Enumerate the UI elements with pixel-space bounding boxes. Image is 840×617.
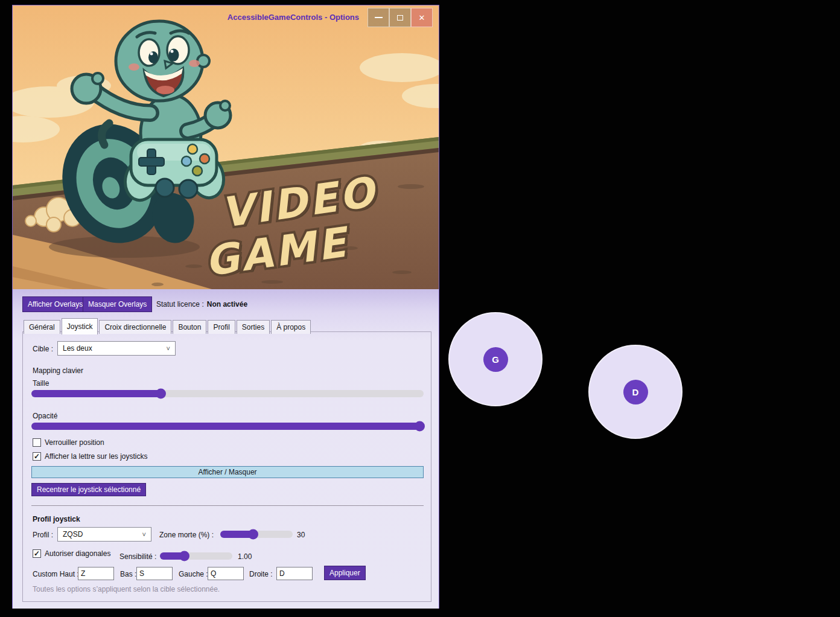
show-letter-label: Afficher la lettre sur les joysticks xyxy=(45,452,148,461)
sensitivity-label: Sensibilité : xyxy=(119,552,156,561)
sensitivity-slider[interactable] xyxy=(160,552,232,560)
minimize-button[interactable] xyxy=(368,8,389,27)
diagonals-checkbox[interactable]: ✓ xyxy=(33,549,41,558)
deadzone-label: Zone morte (%) : xyxy=(159,531,214,539)
target-selected-value: Les deux xyxy=(63,344,92,353)
profile-label: Profil : xyxy=(33,531,53,539)
deadzone-slider-thumb[interactable] xyxy=(248,529,258,540)
lock-position-row[interactable]: ✓ Verrouiller position xyxy=(33,438,104,447)
joystick-tab-panel: Cible : Les deux ˅ Mapping clavier Taill… xyxy=(22,331,431,602)
tab-croix-directionnelle[interactable]: Croix directionnelle xyxy=(99,320,171,334)
maximize-button[interactable] xyxy=(389,8,411,27)
tab-a-propos[interactable]: À propos xyxy=(271,320,311,334)
joystick-knob-left[interactable]: G xyxy=(483,347,508,372)
diagonals-row[interactable]: ✓ Autoriser diagonales xyxy=(33,549,110,558)
show-letter-row[interactable]: ✓ Afficher la lettre sur les joysticks xyxy=(33,452,148,461)
license-status: Statut licence : Non activée xyxy=(156,296,247,312)
joystick-overlay-left[interactable]: G xyxy=(448,312,542,406)
diagonals-label: Autoriser diagonales xyxy=(45,549,110,558)
opacity-slider[interactable] xyxy=(31,423,424,430)
title-bar: AccessibleGameControls - Options ✕ xyxy=(13,5,439,31)
tab-strip: Général Joystick Croix directionnelle Bo… xyxy=(24,318,312,334)
recenter-joystick-button[interactable]: Recentrer le joystick sélectionné xyxy=(31,483,146,496)
options-panel: Afficher Overlays Masquer Overlays Statu… xyxy=(13,289,439,609)
target-label: Cible : xyxy=(33,345,53,353)
footnote: Toutes les options s’appliquent selon la… xyxy=(33,585,220,593)
close-icon: ✕ xyxy=(419,14,425,22)
license-value: Non activée xyxy=(207,300,247,308)
check-icon: ✓ xyxy=(34,550,40,557)
window-title: AccessibleGameControls - Options xyxy=(228,13,359,22)
opacity-slider-thumb[interactable] xyxy=(415,421,425,432)
toggle-overlay-button[interactable]: Afficher / Masquer xyxy=(31,466,424,478)
profile-section-heading: Profil joystick xyxy=(33,515,80,523)
size-slider[interactable] xyxy=(31,390,424,397)
profile-select[interactable]: ZQSD ˅ xyxy=(57,527,151,542)
app-window: VIDEO GAME VIDEO GAME AccessibleGameCont… xyxy=(12,5,439,609)
minimize-icon xyxy=(375,17,383,18)
deadzone-value: 30 xyxy=(297,531,305,539)
check-icon: ✓ xyxy=(34,453,40,460)
license-label: Statut licence : xyxy=(156,300,204,308)
lock-position-label: Verrouiller position xyxy=(45,438,104,447)
chevron-down-icon: ˅ xyxy=(167,345,170,352)
chevron-down-icon: ˅ xyxy=(142,531,146,538)
down-input[interactable] xyxy=(136,567,173,580)
maximize-icon xyxy=(397,15,403,21)
section-divider xyxy=(31,505,424,506)
size-label: Taille xyxy=(33,379,49,388)
profile-selected-value: ZQSD xyxy=(63,530,83,539)
show-letter-checkbox[interactable]: ✓ xyxy=(33,452,41,461)
tab-joystick[interactable]: Joystick xyxy=(62,318,98,334)
hero-illustration: VIDEO GAME VIDEO GAME xyxy=(13,5,439,289)
sensitivity-value: 1.00 xyxy=(238,552,252,561)
custom-up-input[interactable] xyxy=(78,567,114,580)
mapping-heading: Mapping clavier xyxy=(33,366,83,375)
tab-general[interactable]: Général xyxy=(24,320,60,334)
close-button[interactable]: ✕ xyxy=(411,8,433,27)
lock-position-checkbox[interactable]: ✓ xyxy=(33,438,41,447)
tab-sorties[interactable]: Sorties xyxy=(237,320,270,334)
right-input[interactable] xyxy=(276,567,313,580)
joystick-overlay-right[interactable]: D xyxy=(588,345,682,439)
tab-bouton[interactable]: Bouton xyxy=(173,320,206,334)
deadzone-slider[interactable] xyxy=(220,531,293,538)
opacity-label: Opacité xyxy=(33,412,57,420)
show-overlays-button[interactable]: Afficher Overlays xyxy=(22,296,88,312)
sensitivity-slider-thumb[interactable] xyxy=(179,551,189,561)
down-label: Bas : xyxy=(120,570,136,578)
right-label: Droite : xyxy=(249,570,273,578)
tab-profil[interactable]: Profil xyxy=(208,320,235,334)
apply-button[interactable]: Appliquer xyxy=(324,566,366,580)
custom-up-label: Custom Haut : xyxy=(33,570,79,578)
cartoon-banner: VIDEO GAME VIDEO GAME xyxy=(13,5,439,289)
size-slider-thumb[interactable] xyxy=(156,389,166,399)
target-select[interactable]: Les deux ˅ xyxy=(57,341,176,356)
left-input[interactable] xyxy=(208,567,244,580)
hide-overlays-button[interactable]: Masquer Overlays xyxy=(83,296,152,312)
joystick-knob-right[interactable]: D xyxy=(623,380,648,404)
left-label: Gauche : xyxy=(179,570,208,578)
